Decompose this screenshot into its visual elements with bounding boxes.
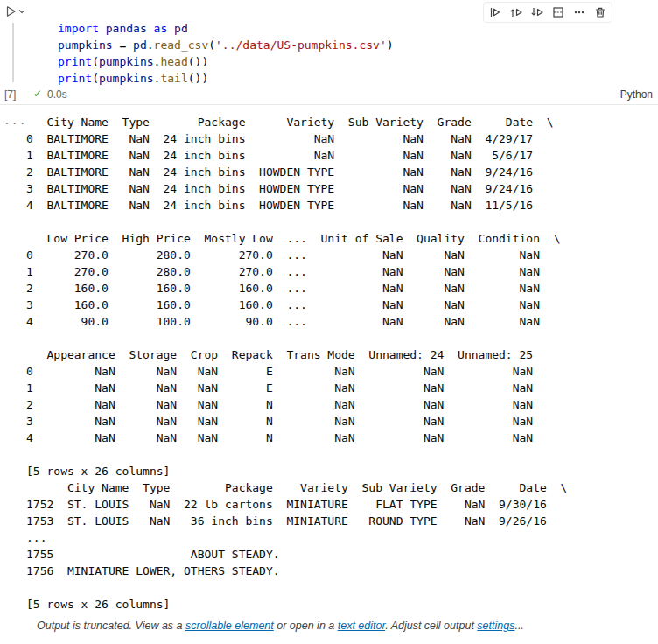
split-cell-icon [551, 5, 565, 19]
more-actions-icon [572, 5, 586, 19]
settings-link[interactable]: settings [477, 620, 514, 632]
truncation-text: or open in a [274, 620, 338, 632]
execute-above-icon [509, 5, 523, 19]
play-icon [4, 4, 18, 18]
output-options-button[interactable]: ... [4, 114, 26, 127]
run-by-line-button[interactable] [486, 4, 505, 21]
execute-below-icon [530, 5, 544, 19]
execution-time: 0.0s [47, 88, 67, 101]
code-line: pumpkins = pd.read_csv('../data/US-pumpk… [58, 37, 640, 53]
chevron-down-icon [18, 8, 25, 15]
text-editor-link[interactable]: text editor [338, 620, 385, 632]
scrollable-element-link[interactable]: scrollable element [186, 620, 274, 632]
cell-focus-bar [12, 23, 14, 82]
code-line: print(pumpkins.head()) [58, 53, 640, 70]
truncation-text: ... [514, 620, 523, 632]
code-line: import pandas as pd [58, 20, 640, 37]
run-cell-button[interactable] [4, 3, 30, 20]
more-actions-button[interactable] [570, 4, 589, 21]
code-editor[interactable]: import pandas as pdpumpkins = pd.read_cs… [58, 20, 640, 87]
run-by-line-icon [488, 5, 502, 19]
language-indicator[interactable]: Python [620, 88, 653, 101]
truncation-text: . Adjust cell output [385, 620, 477, 632]
execute-above-button[interactable] [507, 4, 526, 21]
execute-below-button[interactable] [528, 4, 547, 21]
truncation-text: Output is truncated. View as a [37, 620, 186, 632]
truncation-message: Output is truncated. View as a scrollabl… [37, 620, 524, 632]
success-check-icon: ✓ [33, 88, 42, 100]
execution-count: [7] [4, 88, 16, 101]
split-cell-button[interactable] [549, 4, 568, 21]
delete-icon [593, 5, 607, 19]
execution-status-row: [7] ✓ 0.0s Python [0, 85, 658, 105]
output-text: City Name Type Package Variety Sub Varie… [26, 114, 567, 612]
delete-cell-button[interactable] [591, 4, 610, 21]
